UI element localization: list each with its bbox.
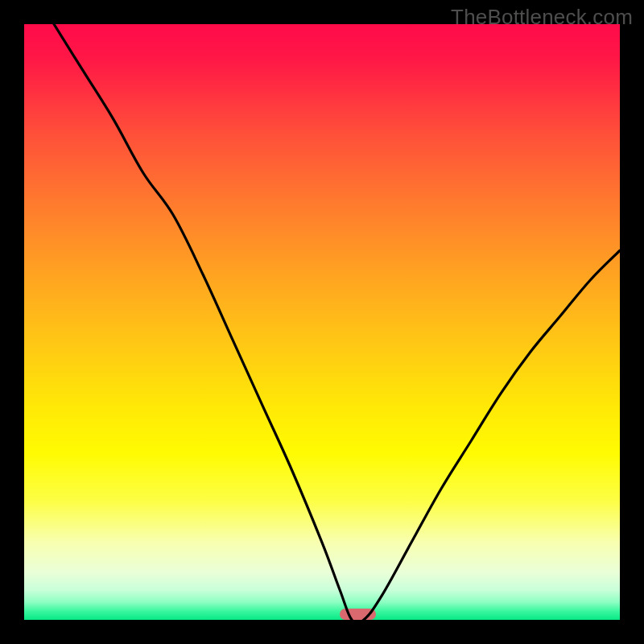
watermark-text: TheBottleneck.com <box>451 5 633 30</box>
chart-frame: TheBottleneck.com <box>0 0 644 644</box>
plot-area <box>24 24 620 620</box>
bottleneck-curve <box>24 24 620 620</box>
